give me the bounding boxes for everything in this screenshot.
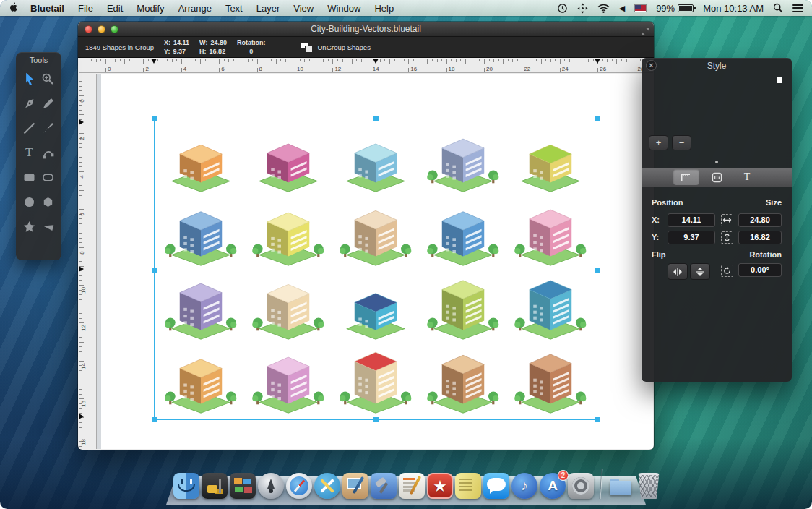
select-tool[interactable] [20, 69, 39, 89]
move-icon[interactable] [577, 3, 588, 14]
dock-text-editor-icon[interactable] [399, 473, 425, 499]
building-tower-purple[interactable] [157, 270, 245, 343]
dock-forklift-icon[interactable] [202, 473, 228, 499]
menu-text[interactable]: Text [225, 3, 243, 14]
remove-style-button[interactable]: − [672, 135, 691, 150]
node-edit-tool[interactable] [39, 142, 59, 163]
dock-messages-icon[interactable] [483, 473, 509, 499]
y-input[interactable]: 9.37 [668, 231, 715, 244]
dock-finder-icon[interactable] [173, 473, 199, 499]
selection-handle[interactable] [595, 268, 600, 273]
horizontal-ruler[interactable]: 0246810121416182022242628 [79, 59, 653, 73]
building-heliport-orange[interactable] [157, 343, 245, 416]
metrics-tab[interactable] [673, 169, 699, 185]
dock-wunderlist-icon[interactable]: ★ [427, 473, 453, 499]
brush-tool[interactable] [39, 118, 59, 138]
dock-itunes-icon[interactable]: ♪ [511, 473, 537, 499]
building-tower-lime[interactable] [419, 270, 506, 343]
fullscreen-icon[interactable] [642, 25, 649, 38]
ungroup-shapes-button[interactable]: UnGroup Shapes [301, 43, 370, 52]
vertical-ruler[interactable]: 024681012141618 [79, 74, 97, 449]
style-swatch[interactable] [777, 77, 782, 83]
polygon-tool[interactable] [39, 192, 59, 212]
rotation-input[interactable]: 0.00° [738, 263, 782, 277]
building-boutique-magenta[interactable] [245, 122, 332, 196]
window-titlebar[interactable]: City-Building-Vectors.bluetail [78, 22, 654, 37]
zoom-tool[interactable] [39, 69, 59, 89]
menu-modify[interactable]: Modify [137, 3, 164, 14]
style-panel-header[interactable]: ✕ Style [642, 58, 792, 74]
building-office-blue[interactable] [157, 196, 245, 270]
selection-handle[interactable] [373, 116, 379, 121]
building-tower-yellow[interactable] [245, 196, 332, 270]
menu-edit[interactable]: Edit [107, 3, 123, 14]
rounded-rectangle-tool[interactable] [39, 167, 59, 187]
menu-layer[interactable]: Layer [256, 3, 280, 14]
time-machine-icon[interactable] [557, 3, 568, 14]
selection-handle[interactable] [152, 268, 157, 273]
dock-image-editor-icon[interactable] [342, 473, 368, 499]
wifi-icon[interactable] [597, 4, 610, 13]
dock-system-preferences-icon[interactable] [568, 473, 594, 499]
dock-mission-control-icon[interactable] [230, 473, 256, 499]
canvas[interactable] [97, 74, 653, 449]
building-tower-terracotta[interactable] [506, 343, 594, 416]
selection-handle[interactable] [152, 417, 157, 422]
building-office-twin-blue[interactable] [419, 196, 506, 270]
flip-vertical-button[interactable] [690, 263, 710, 280]
selection-handle[interactable] [595, 116, 600, 121]
menu-arrange[interactable]: Arrange [178, 3, 212, 14]
rectangle-tool[interactable] [20, 167, 39, 187]
building-tower-cream[interactable] [245, 270, 332, 343]
menu-bluetail[interactable]: Bluetail [30, 3, 64, 14]
add-style-button[interactable]: + [649, 135, 668, 150]
dock-xcode-icon[interactable] [371, 473, 397, 499]
selection-box[interactable] [154, 119, 597, 420]
dock-app-store-icon[interactable]: A2 [540, 473, 566, 499]
selection-handle[interactable] [595, 417, 600, 422]
height-input[interactable]: 16.82 [738, 231, 782, 244]
menu-clock[interactable]: Mon 10:13 AM [703, 3, 764, 14]
dock-launchpad-icon[interactable] [258, 473, 284, 499]
dock-documents-folder-icon[interactable] [608, 473, 634, 499]
building-tower-pink[interactable] [506, 196, 594, 270]
flip-horizontal-button[interactable] [668, 263, 688, 280]
building-skyscraper-red-roof[interactable] [332, 343, 420, 416]
dock-safari-icon[interactable] [286, 473, 312, 499]
appearance-tab[interactable] [704, 169, 730, 185]
text-tool[interactable]: T [20, 142, 39, 163]
wedge-tool[interactable] [39, 216, 59, 236]
selection-handle[interactable] [373, 417, 379, 422]
pen-tool[interactable] [20, 93, 39, 114]
x-input[interactable]: 14.11 [668, 213, 715, 227]
building-garage-orange[interactable] [157, 122, 245, 196]
building-tower-brown[interactable] [419, 343, 506, 416]
building-tower-tan[interactable] [332, 196, 420, 270]
pencil-tool[interactable] [39, 93, 59, 114]
notification-center-icon[interactable] [792, 4, 803, 12]
menu-help[interactable]: Help [374, 3, 394, 14]
volume-icon[interactable]: ◀ [619, 4, 625, 13]
star-tool[interactable] [20, 216, 39, 236]
building-office-periwinkle[interactable] [419, 122, 506, 196]
width-input[interactable]: 24.80 [738, 213, 782, 227]
building-store-cyan[interactable] [332, 270, 420, 343]
dock-trash-icon[interactable] [636, 473, 662, 499]
dock-bluetail-icon[interactable] [314, 473, 340, 499]
menu-window[interactable]: Window [327, 3, 360, 14]
ellipse-tool[interactable] [20, 192, 39, 212]
panel-close-icon[interactable]: ✕ [646, 60, 657, 71]
menu-view[interactable]: View [293, 3, 314, 14]
building-tower-violet[interactable] [245, 343, 332, 416]
battery-status[interactable]: 99% [656, 3, 694, 14]
dock-stickies-icon[interactable] [455, 473, 481, 499]
line-tool[interactable] [20, 118, 39, 138]
building-shop-green-roof[interactable] [506, 122, 594, 196]
selection-handle[interactable] [152, 116, 157, 121]
input-source-flag-icon[interactable] [634, 4, 647, 12]
menu-file[interactable]: File [78, 3, 93, 14]
spotlight-icon[interactable] [773, 3, 783, 13]
apple-menu[interactable] [9, 1, 19, 15]
building-bank-lightblue[interactable] [332, 122, 420, 196]
text-tab[interactable]: T [734, 169, 760, 185]
